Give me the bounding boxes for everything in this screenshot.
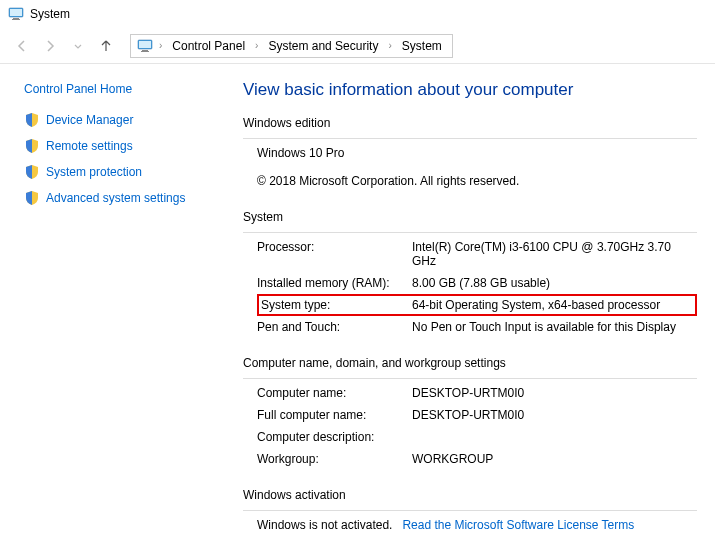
section-title: Windows activation	[243, 488, 697, 502]
sidebar-item-advanced-settings[interactable]: Advanced system settings	[24, 190, 223, 206]
row-value: 64-bit Operating System, x64-based proce…	[412, 298, 660, 312]
window-title: System	[30, 7, 70, 21]
row-label: Computer description:	[257, 430, 412, 444]
breadcrumb-system[interactable]: System	[398, 37, 446, 55]
breadcrumb-control-panel[interactable]: Control Panel	[168, 37, 249, 55]
content-area: Control Panel Home Device Manager Remote…	[0, 64, 715, 534]
row-value: 8.00 GB (7.88 GB usable)	[412, 276, 697, 290]
sidebar-item-system-protection[interactable]: System protection	[24, 164, 223, 180]
activation-status: Windows is not activated.	[257, 518, 392, 532]
svg-rect-6	[142, 50, 148, 51]
sidebar: Control Panel Home Device Manager Remote…	[0, 64, 235, 534]
row-label: System type:	[261, 298, 412, 312]
row-value: DESKTOP-URTM0I0	[412, 408, 697, 422]
copyright-text: © 2018 Microsoft Corporation. All rights…	[257, 174, 519, 188]
processor-row: Processor: Intel(R) Core(TM) i3-6100 CPU…	[257, 236, 697, 272]
shield-icon	[24, 164, 40, 180]
section-title: Windows edition	[243, 116, 697, 130]
full-computer-name-row: Full computer name: DESKTOP-URTM0I0	[257, 404, 697, 426]
chevron-right-icon: ›	[253, 40, 260, 51]
navbar: › Control Panel › System and Security › …	[0, 28, 715, 64]
computer-description-row: Computer description:	[257, 426, 697, 448]
sidebar-item-label: System protection	[46, 165, 142, 179]
row-value: No Pen or Touch Input is available for t…	[412, 320, 697, 334]
svg-rect-5	[139, 41, 151, 48]
svg-rect-2	[13, 18, 19, 19]
windows-edition-section: Windows edition Windows 10 Pro © 2018 Mi…	[243, 116, 697, 192]
main-panel: View basic information about your comput…	[235, 64, 715, 534]
row-value	[412, 430, 697, 444]
edition-value: Windows 10 Pro	[257, 146, 344, 160]
recent-dropdown[interactable]	[68, 36, 88, 56]
divider	[243, 378, 697, 379]
svg-rect-1	[10, 9, 22, 16]
row-label: Workgroup:	[257, 452, 412, 466]
shield-icon	[24, 138, 40, 154]
sidebar-item-remote-settings[interactable]: Remote settings	[24, 138, 223, 154]
sidebar-item-label: Device Manager	[46, 113, 133, 127]
svg-rect-3	[12, 19, 20, 20]
computer-name-row: Computer name: DESKTOP-URTM0I0	[257, 382, 697, 404]
system-section: System Processor: Intel(R) Core(TM) i3-6…	[243, 210, 697, 338]
row-label: Pen and Touch:	[257, 320, 412, 334]
divider	[243, 510, 697, 511]
chevron-right-icon: ›	[386, 40, 393, 51]
section-title: System	[243, 210, 697, 224]
row-label: Full computer name:	[257, 408, 412, 422]
forward-button[interactable]	[40, 36, 60, 56]
shield-icon	[24, 190, 40, 206]
computer-name-section: Computer name, domain, and workgroup set…	[243, 356, 697, 470]
back-button[interactable]	[12, 36, 32, 56]
row-value: WORKGROUP	[412, 452, 697, 466]
row-label: Processor:	[257, 240, 412, 268]
ram-row: Installed memory (RAM): 8.00 GB (7.88 GB…	[257, 272, 697, 294]
svg-rect-7	[141, 51, 149, 52]
page-heading: View basic information about your comput…	[243, 80, 697, 100]
activation-section: Windows activation Windows is not activa…	[243, 488, 697, 534]
license-terms-link[interactable]: Read the Microsoft Software License Term…	[402, 518, 634, 532]
row-label: Installed memory (RAM):	[257, 276, 412, 290]
chevron-right-icon: ›	[157, 40, 164, 51]
control-panel-home-link[interactable]: Control Panel Home	[24, 82, 223, 96]
row-label: Computer name:	[257, 386, 412, 400]
section-title: Computer name, domain, and workgroup set…	[243, 356, 697, 370]
row-value: Intel(R) Core(TM) i3-6100 CPU @ 3.70GHz …	[412, 240, 697, 268]
divider	[243, 232, 697, 233]
system-type-row-highlighted: System type: 64-bit Operating System, x6…	[257, 294, 697, 316]
sidebar-item-device-manager[interactable]: Device Manager	[24, 112, 223, 128]
breadcrumb[interactable]: › Control Panel › System and Security › …	[130, 34, 453, 58]
system-icon	[8, 6, 24, 22]
shield-icon	[24, 112, 40, 128]
pen-touch-row: Pen and Touch: No Pen or Touch Input is …	[257, 316, 697, 338]
workgroup-row: Workgroup: WORKGROUP	[257, 448, 697, 470]
row-value: DESKTOP-URTM0I0	[412, 386, 697, 400]
up-button[interactable]	[96, 36, 116, 56]
divider	[243, 138, 697, 139]
sidebar-item-label: Advanced system settings	[46, 191, 185, 205]
titlebar: System	[0, 0, 715, 28]
monitor-icon	[137, 38, 153, 54]
breadcrumb-system-security[interactable]: System and Security	[264, 37, 382, 55]
sidebar-item-label: Remote settings	[46, 139, 133, 153]
